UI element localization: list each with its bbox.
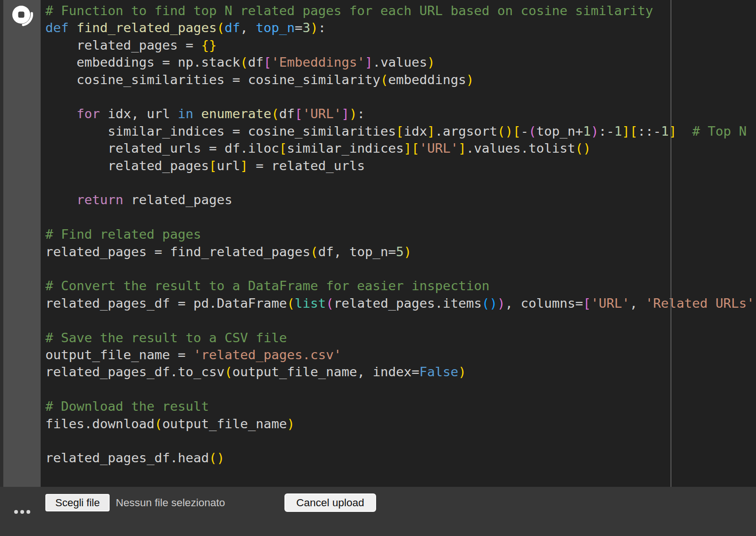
code-line: # Find related pages (45, 226, 755, 243)
code-line: related_urls = df.iloc[similar_indices][… (45, 140, 755, 157)
cell-output-bar: Scegli file Nessun file selezionato Canc… (0, 487, 756, 536)
code-line: output_file_name = 'related_pages.csv' (45, 346, 755, 363)
code-line: embeddings = np.stack(df['Embeddings'].v… (45, 54, 755, 71)
code-line: related_pages = {} (45, 37, 755, 54)
code-line (45, 260, 755, 277)
code-line: related_pages[url] = related_urls (45, 157, 755, 174)
code-line (45, 209, 755, 226)
cell-gutter (3, 0, 41, 487)
code-line: # Download the result (45, 398, 755, 415)
code-line: similar_indices = cosine_similarities[id… (45, 123, 755, 140)
code-editor-area[interactable]: # Function to find top N related pages f… (41, 0, 756, 487)
code-line (45, 312, 755, 329)
code-line (45, 432, 755, 450)
code-line: for idx, url in enumerate(df['URL']): (45, 105, 755, 122)
code-line (45, 174, 755, 191)
left-rail (0, 0, 3, 487)
code-editor: # Function to find top N related pages f… (45, 2, 755, 467)
code-line: cosine_similarities = cosine_similarity(… (45, 71, 755, 88)
stop-spinner-icon (12, 6, 34, 27)
dot (14, 510, 18, 514)
code-line: # Save the result to a CSV file (45, 329, 755, 346)
code-line: # Convert the result to a DataFrame for … (45, 277, 755, 294)
ellipsis-icon (14, 510, 30, 514)
code-line (45, 381, 755, 398)
dot (26, 510, 30, 514)
stop-execution-button[interactable] (12, 6, 34, 27)
code-line: files.download(output_file_name) (45, 415, 755, 432)
file-status-text: Nessun file selezionato (116, 497, 225, 509)
code-line: related_pages_df = pd.DataFrame(list(rel… (45, 295, 755, 312)
cancel-upload-button[interactable]: Cancel upload (284, 493, 376, 512)
code-line: related_pages_df.head() (45, 450, 755, 467)
code-cell: # Function to find top N related pages f… (0, 0, 756, 487)
code-line: def find_related_pages(df, top_n=3): (45, 19, 755, 36)
dot (20, 510, 24, 514)
code-line: related_pages = find_related_pages(df, t… (45, 243, 755, 260)
code-line: return related_pages (45, 191, 755, 208)
column-ruler (670, 0, 671, 487)
code-line: related_pages_df.to_csv(output_file_name… (45, 363, 755, 380)
choose-file-button[interactable]: Scegli file (45, 494, 110, 511)
code-line (45, 88, 755, 105)
code-line: # Function to find top N related pages f… (45, 2, 755, 19)
